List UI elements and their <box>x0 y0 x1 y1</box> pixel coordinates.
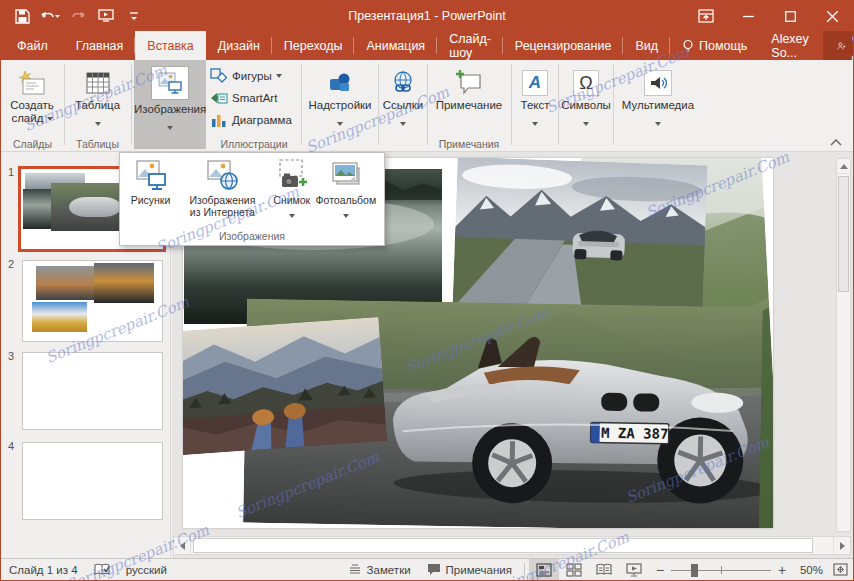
quick-access-toolbar <box>1 4 147 28</box>
screenshot-icon <box>270 157 314 191</box>
slide-sorter-view-button[interactable] <box>559 559 589 580</box>
scroll-right-arrow[interactable] <box>833 537 850 554</box>
slide-counter[interactable]: Слайд 1 из 4 <box>1 559 86 580</box>
menu-item-online-pictures[interactable]: Изображенияиз Интернета <box>175 157 270 224</box>
chart-icon <box>210 112 228 128</box>
slideshow-view-button[interactable] <box>619 559 649 580</box>
ribbon-display-options-icon[interactable] <box>685 1 727 31</box>
maximize-button[interactable] <box>769 1 811 31</box>
slide-thumbnail-3[interactable] <box>22 352 163 430</box>
tab-home[interactable]: Главная <box>64 31 136 60</box>
comment-bubble-icon <box>427 563 441 576</box>
zoom-in-button[interactable]: + <box>777 562 787 578</box>
tab-view[interactable]: Вид <box>623 31 670 60</box>
share-button[interactable]: Общий доступ <box>823 31 854 60</box>
pictures-icon <box>126 157 175 191</box>
dropdown-arrow-icon <box>276 74 282 78</box>
dropdown-arrow-icon <box>400 122 406 126</box>
group-text: А Текст <box>512 60 558 151</box>
tab-insert[interactable]: Вставка <box>135 31 205 60</box>
save-icon[interactable] <box>9 4 35 28</box>
zoom-level[interactable]: 50% <box>793 564 827 576</box>
symbols-button[interactable]: Ω Символы <box>561 62 611 132</box>
menu-group-label: Изображения <box>120 230 384 242</box>
zoom-out-button[interactable]: − <box>655 562 665 578</box>
group-label-tables: Таблицы <box>65 138 130 150</box>
tab-slideshow[interactable]: Слайд-шоу <box>437 31 503 60</box>
start-slideshow-icon[interactable] <box>93 4 119 28</box>
new-slide-button[interactable]: Создатьслайд <box>3 62 61 125</box>
shapes-button[interactable]: Фигуры <box>210 65 292 87</box>
group-symbols: Ω Символы <box>559 60 613 151</box>
tab-design[interactable]: Дизайн <box>206 31 272 60</box>
scroll-left-arrow[interactable] <box>174 537 191 554</box>
close-button[interactable] <box>811 1 853 31</box>
group-media: Мультимедиа <box>614 60 702 151</box>
minimize-button[interactable] <box>727 1 769 31</box>
tab-transitions[interactable]: Переходы <box>272 31 355 60</box>
horizontal-scroll-thumb[interactable] <box>193 538 813 553</box>
language-indicator[interactable]: русский <box>118 559 175 580</box>
customize-qat-icon[interactable] <box>121 4 147 28</box>
group-label-illustrations: Иллюстрации <box>208 138 300 150</box>
horizontal-scrollbar[interactable] <box>173 536 851 555</box>
group-illustrations: Фигуры SmartArt Диаграмма Иллюстрации <box>208 60 300 151</box>
vertical-scroll-thumb[interactable] <box>838 176 849 292</box>
images-button[interactable]: Изображения <box>134 60 206 149</box>
collapse-ribbon-button[interactable] <box>829 135 843 147</box>
group-links: Ссылки <box>379 60 427 151</box>
vertical-scrollbar[interactable] <box>836 158 851 532</box>
scroll-up-arrow[interactable] <box>837 159 850 174</box>
slide-number: 2 <box>8 258 14 270</box>
photo-hikers-overlook[interactable] <box>183 317 387 455</box>
fit-to-window-button[interactable] <box>827 559 853 580</box>
ribbon-tabs: Файл Главная Вставка Дизайн Переходы Ани… <box>1 31 853 60</box>
addins-icon <box>305 66 375 96</box>
ribbon: Создатьслайд Слайды Таблица Таблицы Изоб… <box>1 60 853 152</box>
group-slides: Создатьслайд Слайды <box>1 60 64 151</box>
dropdown-arrow-icon <box>343 214 349 218</box>
chart-button[interactable]: Диаграмма <box>210 109 292 131</box>
slide-number: 4 <box>8 440 14 452</box>
menu-item-photo-album[interactable]: Фотоальбом <box>314 157 378 224</box>
smartart-button[interactable]: SmartArt <box>210 87 292 109</box>
tab-file[interactable]: Файл <box>1 31 64 60</box>
dropdown-arrow-icon <box>532 122 538 126</box>
table-button[interactable]: Таблица <box>68 62 127 132</box>
addins-button[interactable]: Надстройки <box>305 62 375 132</box>
photo-album-icon <box>314 157 378 191</box>
comment-button[interactable]: Примечание <box>432 62 506 112</box>
menu-item-pictures[interactable]: Рисунки <box>126 157 175 224</box>
links-button[interactable]: Ссылки <box>380 62 426 132</box>
reading-view-button[interactable] <box>589 559 619 580</box>
undo-icon[interactable] <box>37 4 63 28</box>
normal-view-button[interactable] <box>529 559 559 580</box>
smartart-icon <box>210 90 228 106</box>
dropdown-arrow-icon <box>47 117 53 121</box>
group-addins: Надстройки <box>302 60 378 151</box>
symbols-icon: Ω <box>561 66 611 96</box>
tab-review[interactable]: Рецензирование <box>503 31 624 60</box>
person-plus-icon <box>837 39 846 53</box>
account-user[interactable]: Alexey So... <box>759 31 821 60</box>
text-button[interactable]: А Текст <box>513 62 557 132</box>
slide-thumbnail-4[interactable] <box>22 442 163 520</box>
redo-icon[interactable] <box>65 4 91 28</box>
photo-mountain-road-coupe[interactable] <box>452 158 707 317</box>
media-button[interactable]: Мультимедиа <box>617 62 699 132</box>
tab-animations[interactable]: Анимация <box>354 31 437 60</box>
links-icon <box>380 66 426 96</box>
zoom-slider[interactable] <box>671 563 771 577</box>
slide-thumbnail-2[interactable] <box>22 260 163 342</box>
menu-item-screenshot[interactable]: Снимок <box>270 157 314 224</box>
comments-toggle[interactable]: Примечания <box>419 559 520 580</box>
dropdown-arrow-icon <box>583 122 589 126</box>
zoom-slider-thumb[interactable] <box>691 564 698 577</box>
new-slide-icon <box>3 66 61 96</box>
table-icon <box>68 66 127 96</box>
group-comments: Примечание Примечания <box>428 60 510 151</box>
spellcheck-icon[interactable] <box>86 559 118 580</box>
notes-icon <box>348 564 362 576</box>
tab-help[interactable]: Помощь <box>670 31 759 60</box>
notes-toggle[interactable]: Заметки <box>340 559 419 580</box>
